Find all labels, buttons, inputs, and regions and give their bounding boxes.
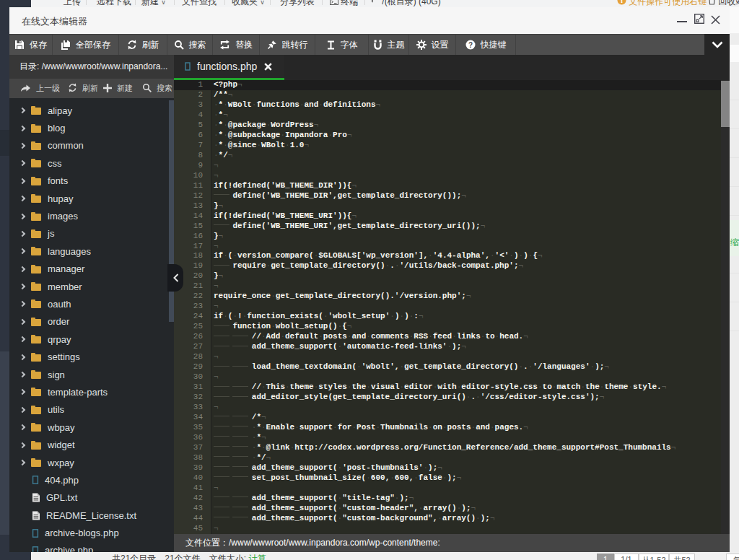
svg-text:?: ? <box>468 41 472 49</box>
